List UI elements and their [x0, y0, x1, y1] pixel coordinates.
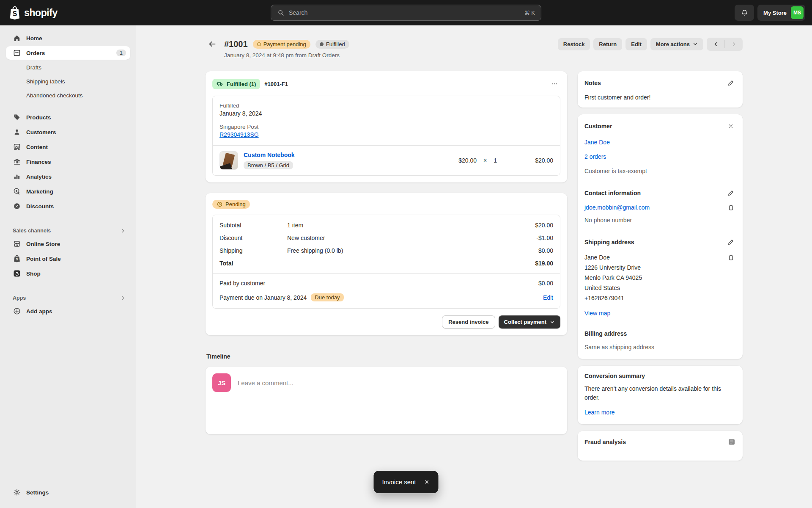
notes-content: First customer and order!: [584, 94, 736, 101]
resend-invoice-button[interactable]: Resend invoice: [442, 315, 495, 329]
notifications-button[interactable]: [735, 5, 754, 21]
quantity: 1: [494, 157, 497, 164]
toast-close-button[interactable]: [424, 479, 430, 485]
orders-count-badge: 1: [116, 50, 126, 56]
search-shortcut: ⌘ K: [524, 10, 535, 16]
total-row-label: Shipping: [213, 244, 280, 257]
copy-email-button[interactable]: [726, 202, 736, 213]
clipboard-icon: [727, 204, 735, 211]
edit-button[interactable]: Edit: [625, 38, 647, 50]
customer-email-link[interactable]: jdoe.mobbin@gmail.com: [584, 202, 650, 213]
pos-bag-icon: S: [13, 254, 21, 263]
address-line: Menlo Park CA 94025: [584, 273, 642, 283]
sidebar-item-point-of-sale[interactable]: S Point of Sale: [6, 252, 130, 265]
address-line: Jane Doe: [584, 252, 642, 262]
sidebar-item-add-apps[interactable]: Add apps: [6, 304, 130, 318]
shipping-address-block: Jane Doe 1226 University Drive Menlo Par…: [584, 252, 642, 303]
apps-header[interactable]: Apps: [6, 292, 130, 304]
sidebar-item-drafts[interactable]: Drafts: [6, 61, 130, 74]
sidebar-item-content[interactable]: Content: [6, 140, 130, 154]
order-date-subtitle: January 8, 2024 at 9:48 pm from Draft Or…: [224, 52, 743, 58]
pencil-icon: [727, 238, 735, 246]
unit-price: $20.00: [458, 157, 477, 164]
search-icon: [277, 9, 285, 17]
store-menu[interactable]: My Store MS: [757, 5, 805, 21]
view-map-link[interactable]: View map: [584, 310, 610, 317]
sidebar-item-marketing[interactable]: Marketing: [6, 185, 130, 198]
total-row-label: Subtotal: [213, 219, 280, 232]
clock-icon: [217, 201, 223, 207]
copy-address-button[interactable]: [726, 252, 736, 262]
sidebar-item-home[interactable]: Home: [6, 31, 130, 45]
store-avatar: MS: [791, 6, 804, 19]
sidebar-item-shop[interactable]: Shop: [6, 267, 130, 280]
discount-icon: [13, 202, 21, 210]
next-order-button[interactable]: [725, 38, 743, 51]
list-icon: [727, 438, 736, 446]
learn-more-link[interactable]: Learn more: [584, 409, 615, 416]
global-search-input[interactable]: Search ⌘ K: [271, 5, 541, 21]
order-header: #1001 Payment pending Fulfilled Restock …: [206, 37, 743, 51]
svg-text:S: S: [16, 257, 18, 261]
edit-contact-button[interactable]: [726, 188, 736, 198]
sidebar-item-orders[interactable]: Orders 1: [6, 46, 130, 60]
topbar: S shopify Search ⌘ K My Store MS: [0, 0, 812, 25]
sidebar-item-analytics[interactable]: Analytics: [6, 170, 130, 183]
comment-input[interactable]: [238, 379, 560, 387]
gear-icon: [13, 488, 21, 497]
product-thumbnail: [219, 151, 238, 170]
edit-payment-due-link[interactable]: Edit: [543, 294, 553, 301]
store-name: My Store: [763, 10, 787, 16]
close-icon: [424, 479, 430, 485]
fraud-title: Fraud analysis: [584, 439, 626, 445]
restock-button[interactable]: Restock: [558, 38, 590, 50]
product-name-link[interactable]: Custom Notebook: [244, 152, 295, 158]
search-placeholder-text: Search: [289, 9, 307, 16]
timeline-heading: Timeline: [206, 353, 567, 360]
sidebar-item-finances[interactable]: Finances: [6, 155, 130, 168]
collect-payment-button[interactable]: Collect payment: [499, 315, 560, 329]
variant-badge: Brown / B5 / Grid: [244, 161, 293, 169]
return-button[interactable]: Return: [593, 38, 622, 50]
sidebar-item-label: Online Store: [26, 241, 60, 247]
sidebar-item-abandoned-checkouts[interactable]: Abandoned checkouts: [6, 89, 130, 102]
line-item-row: Custom Notebook Brown / B5 / Grid $20.00…: [213, 146, 560, 175]
sidebar-spacer: [6, 103, 130, 110]
edit-shipping-address-button[interactable]: [726, 237, 736, 247]
bell-icon: [741, 9, 749, 17]
customer-orders-link[interactable]: 2 orders: [584, 153, 606, 160]
bar-chart-icon: [13, 172, 21, 181]
customer-name-link[interactable]: Jane Doe: [584, 139, 610, 146]
tracking-number-link[interactable]: R29304913SG: [219, 131, 259, 138]
fulfillment-menu-button[interactable]: [549, 78, 560, 90]
sales-channels-header[interactable]: Sales channels: [6, 224, 130, 237]
sidebar-item-shipping-labels[interactable]: Shipping labels: [6, 75, 130, 88]
remove-customer-button[interactable]: [726, 121, 736, 131]
sidebar-item-label: Orders: [26, 50, 45, 56]
times-sign: ×: [483, 157, 487, 164]
target-icon: [13, 187, 21, 196]
sidebar-item-products[interactable]: Products: [6, 110, 130, 124]
home-icon: [13, 34, 21, 42]
price-quantity: $20.00 × 1: [458, 157, 497, 164]
chevron-down-icon: [550, 320, 555, 325]
sidebar-item-online-store[interactable]: Online Store: [6, 237, 130, 251]
previous-order-button[interactable]: [707, 38, 724, 51]
sidebar-item-customers[interactable]: Customers: [6, 125, 130, 139]
shopify-logo[interactable]: S shopify: [8, 6, 58, 20]
shop-app-icon: [13, 269, 21, 278]
sales-channels-label: Sales channels: [13, 228, 51, 234]
svg-text:S: S: [13, 10, 17, 17]
edit-notes-button[interactable]: [726, 78, 736, 88]
sidebar-item-settings[interactable]: Settings: [6, 486, 130, 499]
more-actions-button[interactable]: More actions: [650, 38, 703, 50]
sidebar-item-label: Point of Sale: [26, 256, 61, 262]
total-row-detail: [280, 260, 528, 266]
main-content: #1001 Payment pending Fulfilled Restock …: [136, 25, 812, 508]
brand-wordmark: shopify: [24, 7, 58, 19]
address-line: +16282679041: [584, 293, 642, 303]
back-button[interactable]: [206, 37, 219, 51]
sidebar-item-discounts[interactable]: Discounts: [6, 199, 130, 213]
chevron-down-icon: [693, 41, 698, 47]
sidebar-item-label: Marketing: [26, 188, 53, 195]
